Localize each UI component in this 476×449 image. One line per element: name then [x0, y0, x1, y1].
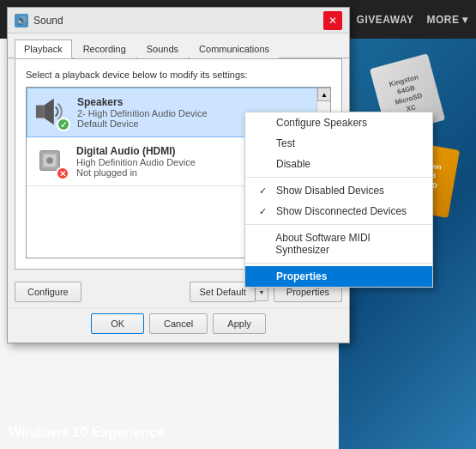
svg-marker-1 [44, 99, 53, 124]
tab-recording[interactable]: Recording [74, 39, 136, 58]
nav-giveaway[interactable]: GIVEAWAY [357, 14, 414, 26]
context-properties[interactable]: Properties [245, 266, 432, 287]
separator-2 [245, 224, 432, 225]
dialog-titlebar: 🔊 Sound ✕ [8, 8, 349, 33]
nav-more-label: MORE [427, 14, 460, 26]
svg-rect-0 [36, 105, 45, 118]
context-test[interactable]: Test [245, 133, 432, 154]
speaker-icon-wrap: ✓ [34, 95, 69, 130]
nav-giveaway-label: GIVEAWAY [357, 14, 414, 26]
separator-3 [245, 263, 432, 264]
context-about-midi[interactable]: About Software MIDI Synthesizer [245, 228, 432, 260]
separator-1 [245, 177, 432, 178]
bottom-text: Windows 10 Experience [9, 425, 165, 440]
context-disable[interactable]: Disable [245, 154, 432, 174]
hdmi-status-badge: ✕ [56, 167, 69, 180]
context-show-disconnected[interactable]: ✓ Show Disconnected Devices [245, 201, 432, 221]
show-disconnected-label: Show Disconnected Devices [276, 205, 407, 217]
dialog-footer: OK Cancel Apply [8, 307, 349, 343]
ok-button[interactable]: OK [91, 313, 144, 334]
dialog-instruction: Select a playback device below to modify… [26, 70, 331, 80]
checkmark-properties [259, 271, 271, 282]
configure-button[interactable]: Configure [15, 282, 81, 302]
sound-dialog-icon: 🔊 [15, 14, 28, 27]
checkmark-midi [259, 239, 270, 249]
scroll-up-button[interactable]: ▲ [317, 88, 331, 101]
context-menu: Configure Speakers Test Disable ✓ Show D… [244, 112, 433, 288]
tab-communications[interactable]: Communications [190, 39, 279, 58]
context-show-disabled[interactable]: ✓ Show Disabled Devices [245, 180, 432, 201]
about-midi-label: About Software MIDI Synthesizer [275, 232, 419, 256]
tab-playback[interactable]: Playback [15, 39, 72, 58]
disable-label: Disable [276, 158, 310, 170]
svg-point-4 [46, 157, 53, 164]
checkmark-test [259, 138, 271, 149]
apply-button[interactable]: Apply [213, 313, 266, 334]
chevron-down-icon-more: ▾ [462, 14, 468, 26]
dialog-title: Sound [33, 15, 318, 27]
cancel-button[interactable]: Cancel [149, 313, 208, 334]
checkmark-disconnected: ✓ [259, 206, 271, 217]
close-button[interactable]: ✕ [323, 11, 342, 30]
tab-sounds[interactable]: Sounds [137, 39, 188, 58]
checkmark-disabled: ✓ [259, 185, 271, 197]
test-label: Test [276, 137, 295, 149]
checkmark-configure [259, 118, 271, 128]
configure-speakers-label: Configure Speakers [276, 117, 367, 129]
nav-more[interactable]: MORE ▾ [427, 14, 468, 26]
speaker-status-badge: ✓ [57, 118, 70, 131]
checkmark-disable [259, 159, 271, 169]
context-configure-speakers[interactable]: Configure Speakers [245, 112, 432, 133]
properties-label: Properties [276, 270, 327, 282]
show-disabled-label: Show Disabled Devices [276, 185, 384, 197]
tabs-bar: Playback Recording Sounds Communications [8, 33, 349, 58]
speakers-name: Speakers [77, 96, 322, 108]
hdmi-icon-wrap: ✕ [33, 144, 68, 179]
